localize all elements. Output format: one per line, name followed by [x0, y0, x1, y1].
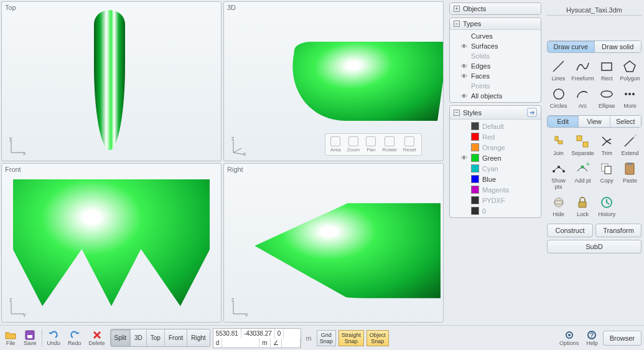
styles-header[interactable]: − Styles ➔ [450, 106, 541, 120]
style-item-0[interactable]: 0 [450, 206, 541, 216]
svg-text:+: + [586, 161, 590, 168]
view-tab[interactable]: View [579, 116, 610, 127]
view-front-button[interactable]: Front [165, 329, 187, 346]
view-tool-zoom[interactable]: Zoom [345, 135, 362, 154]
model-preview [254, 203, 441, 298]
polygon-tool[interactable]: Polygon [618, 57, 642, 84]
join-tool[interactable]: Join [547, 131, 570, 159]
coord-x[interactable]: 5530.81 [213, 329, 241, 338]
type-item-surfaces[interactable]: 👁Surfaces [450, 41, 541, 51]
more-tool[interactable]: More [618, 84, 642, 111]
trim-tool[interactable]: Trim [595, 131, 618, 159]
copy-tool[interactable]: Copy [595, 159, 618, 192]
svg-line-28 [633, 135, 636, 138]
options-button[interactable]: Options [557, 329, 581, 348]
color-swatch [471, 122, 479, 130]
viewport-top[interactable]: Top yx [1, 1, 222, 161]
grid-snap-toggle[interactable]: GridSnap [317, 330, 336, 346]
svg-rect-35 [605, 166, 611, 174]
freeform-icon [575, 59, 590, 74]
types-header[interactable]: − Types [450, 18, 541, 30]
subd-button[interactable]: SubD [547, 240, 642, 253]
mode-tabs: Edit View Select [547, 115, 642, 128]
viewport-front[interactable]: Front zy [1, 163, 222, 323]
line-tool[interactable]: Lines [547, 57, 570, 84]
style-item-magenta[interactable]: Magenta [450, 184, 541, 195]
separate-tool[interactable]: Separate [570, 131, 595, 159]
view-tool-pan[interactable]: Pan [363, 135, 378, 154]
view-top-button[interactable]: Top [147, 329, 165, 346]
showpts-tool[interactable]: Show pts [547, 159, 570, 192]
type-item-faces[interactable]: 👁Faces [450, 71, 541, 81]
hide-tool[interactable]: Hide [547, 192, 570, 220]
delete-button[interactable]: Delete [86, 329, 108, 348]
edit-tab[interactable]: Edit [548, 116, 579, 127]
collapse-icon: − [454, 110, 460, 116]
viewport-top-label: Top [5, 4, 16, 11]
coord-angle[interactable] [282, 338, 301, 348]
objects-header[interactable]: + Objects [450, 3, 541, 14]
select-tab[interactable]: Select [610, 116, 641, 127]
addpt-tool[interactable]: +Add pt [570, 159, 595, 192]
arc-tool[interactable]: Arc [570, 84, 595, 111]
type-item-all-objects[interactable]: 👁All objects [450, 91, 541, 101]
svg-point-21 [601, 91, 612, 97]
view-3d-button[interactable]: 3D [131, 329, 147, 346]
lock-tool[interactable]: Lock [570, 192, 595, 220]
coord-unit: m [259, 338, 270, 348]
line-icon [551, 59, 566, 74]
style-item-blue[interactable]: Blue [450, 174, 541, 184]
unit-label: m [304, 333, 314, 343]
folder-icon [5, 330, 16, 340]
history-tool[interactable]: History [595, 192, 618, 220]
viewport-right[interactable]: Right zx [223, 163, 444, 323]
type-item-solids[interactable]: Solids [450, 51, 541, 61]
style-item-green[interactable]: 👁Green [450, 153, 541, 163]
svg-point-29 [553, 170, 555, 173]
style-item-cyan[interactable]: Cyan [450, 163, 541, 174]
axis-indicator-yz: zy [8, 298, 27, 317]
file-button[interactable]: File [2, 329, 19, 348]
circle-tool[interactable]: Circles [547, 84, 570, 111]
freeform-tool[interactable]: Freeform [570, 57, 595, 84]
svg-point-22 [625, 93, 627, 95]
more-icon [622, 87, 637, 102]
extend-tool[interactable]: Extend [618, 131, 642, 159]
coord-dist[interactable] [222, 338, 259, 348]
transform-button[interactable]: Transform [595, 224, 642, 237]
rect-tool[interactable]: Rect [595, 57, 618, 84]
help-button[interactable]: ?Help [584, 329, 600, 348]
coord-y[interactable]: -43038.27 [241, 329, 275, 338]
draw-curve-tab[interactable]: Draw curve [548, 41, 595, 52]
straight-snap-toggle[interactable]: StraightSnap [338, 330, 364, 346]
undo-button[interactable]: Undo [45, 329, 63, 348]
save-button[interactable]: Save [21, 329, 39, 348]
styles-more-icon[interactable]: ➔ [527, 108, 537, 117]
draw-solid-tab[interactable]: Draw solid [595, 41, 642, 52]
object-snap-toggle[interactable]: ObjectSnap [366, 330, 389, 346]
svg-point-24 [632, 93, 635, 95]
circle-icon [551, 87, 566, 102]
type-item-curves[interactable]: Curves [450, 31, 541, 41]
construct-button[interactable]: Construct [547, 224, 593, 237]
viewport-3d[interactable]: 3D zx Area Zoom Pan Rotate Reset [223, 1, 444, 161]
style-item-orange[interactable]: Orange [450, 142, 541, 153]
paste-tool[interactable]: Paste [618, 159, 642, 192]
type-item-points[interactable]: Points [450, 81, 541, 91]
view-tool-rotate[interactable]: Rotate [380, 135, 399, 154]
lock-icon [575, 195, 590, 210]
redo-button[interactable]: Redo [65, 329, 84, 348]
view-tool-reset[interactable]: Reset [401, 135, 419, 154]
color-swatch [471, 175, 479, 183]
coord-angle-label: ∠ [271, 338, 282, 348]
coord-z[interactable]: 0 [275, 329, 284, 338]
style-item-red[interactable]: Red [450, 131, 541, 142]
view-split-button[interactable]: Split [111, 329, 131, 346]
style-item-default[interactable]: Default [450, 121, 541, 131]
view-tool-area[interactable]: Area [328, 135, 343, 154]
ellipse-tool[interactable]: Ellipse [595, 84, 618, 111]
view-right-button[interactable]: Right [187, 329, 209, 346]
style-item-pydxf[interactable]: PYDXF [450, 195, 541, 206]
type-item-edges[interactable]: 👁Edges [450, 61, 541, 71]
browser-button[interactable]: Browser [603, 331, 642, 346]
